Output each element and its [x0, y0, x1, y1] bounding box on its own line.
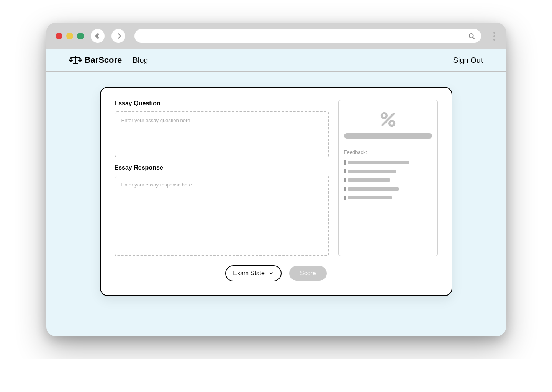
- svg-line-2: [473, 37, 474, 38]
- essay-question-label: Essay Question: [115, 100, 329, 107]
- browser-chrome: [46, 23, 506, 49]
- score-button[interactable]: Score: [289, 266, 327, 281]
- svg-line-9: [382, 114, 393, 125]
- browser-more-icon[interactable]: [492, 32, 497, 41]
- feedback-rows: [344, 160, 432, 200]
- svg-point-7: [382, 113, 387, 118]
- brand-link[interactable]: BarScore: [69, 55, 122, 65]
- sign-out-link[interactable]: Sign Out: [453, 56, 483, 65]
- traffic-lights: [56, 33, 84, 39]
- top-bar: BarScore Blog Sign Out: [46, 49, 506, 72]
- svg-point-6: [75, 56, 76, 57]
- feedback-row-placeholder: [344, 187, 432, 191]
- scales-icon: [69, 55, 82, 65]
- chevron-down-icon: [269, 271, 274, 276]
- feedback-row-placeholder: [344, 160, 432, 165]
- actions-row: Exam State Score: [115, 265, 438, 281]
- feedback-row-placeholder: [344, 178, 432, 182]
- results-panel: Feedback:: [338, 100, 438, 256]
- exam-state-dropdown[interactable]: Exam State: [225, 265, 282, 281]
- essay-question-input[interactable]: [115, 111, 329, 157]
- svg-point-8: [389, 121, 394, 126]
- card-body: Essay Question Essay Response: [115, 100, 438, 256]
- url-bar[interactable]: [134, 29, 481, 43]
- svg-rect-5: [73, 63, 78, 64]
- feedback-row-placeholder: [344, 196, 432, 200]
- essay-response-label: Essay Response: [115, 164, 329, 171]
- feedback-row-placeholder: [344, 169, 432, 173]
- percent-icon: [380, 111, 396, 128]
- essay-response-input[interactable]: [115, 176, 329, 256]
- input-column: Essay Question Essay Response: [115, 100, 329, 256]
- window-minimize-dot[interactable]: [66, 33, 73, 39]
- main-area: Essay Question Essay Response: [46, 72, 506, 319]
- nav-blog-link[interactable]: Blog: [133, 56, 148, 65]
- dropdown-label: Exam State: [233, 270, 265, 277]
- brand-name: BarScore: [85, 55, 122, 65]
- essay-card: Essay Question Essay Response: [100, 87, 452, 296]
- search-icon: [468, 33, 475, 39]
- browser-back-button[interactable]: [91, 29, 105, 43]
- window-close-dot[interactable]: [56, 33, 62, 39]
- arrow-left-icon: [94, 32, 102, 40]
- svg-rect-4: [71, 57, 80, 58]
- score-bar-placeholder: [344, 133, 432, 139]
- browser-forward-button[interactable]: [111, 29, 125, 43]
- top-bar-left: BarScore Blog: [69, 55, 148, 65]
- feedback-label: Feedback:: [344, 149, 367, 155]
- arrow-right-icon: [115, 32, 122, 40]
- browser-frame: BarScore Blog Sign Out Essay Question Es…: [46, 23, 506, 336]
- page-content: BarScore Blog Sign Out Essay Question Es…: [46, 49, 506, 336]
- window-maximize-dot[interactable]: [77, 33, 84, 39]
